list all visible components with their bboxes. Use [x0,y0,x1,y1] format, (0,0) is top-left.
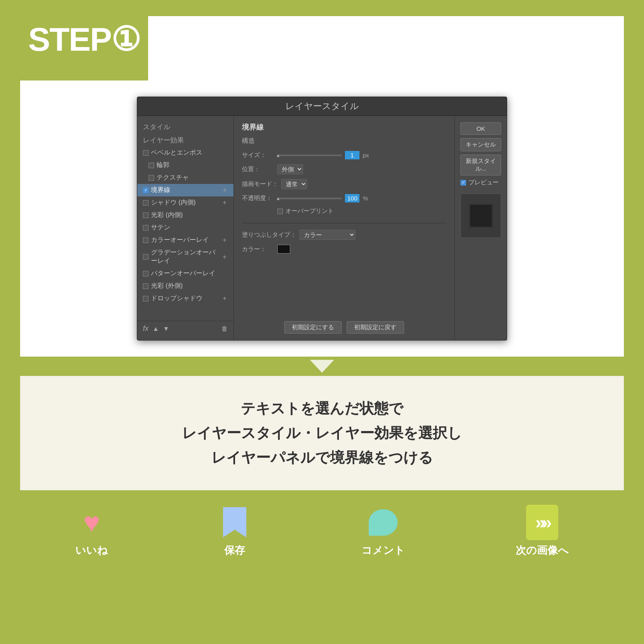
chevron-icon: »» [535,512,549,533]
comment-label: コメント [361,543,405,557]
item-border[interactable]: 境界線 ＋ [137,184,233,196]
item-inner-glow-label: 光彩 (内側) [151,211,183,219]
nav-item-next[interactable]: »» 次の画像へ [516,506,569,557]
position-select[interactable]: 外側 内側 中央 [277,164,303,174]
size-unit: px [363,152,369,159]
preview-label-row: プレビュー [460,179,501,186]
blend-mode-row: 描画モード： 通常 [242,179,446,189]
checkbox-outline[interactable] [149,163,154,168]
restore-default-button[interactable]: 初期設定に戻す [347,321,404,334]
position-label: 位置： [242,165,274,173]
item-border-label: 境界線 [151,186,170,194]
item-outer-glow-label: 光彩 (外側) [151,282,183,290]
size-input[interactable]: 1 [345,151,359,159]
preview-box [460,194,501,238]
save-icon-container [219,506,251,539]
size-slider[interactable] [277,155,342,156]
item-inner-shadow[interactable]: シャドウ (内側) ＋ [137,196,233,209]
item-texture[interactable]: テクスチャ [137,171,233,184]
item-satin[interactable]: サテン [137,221,233,234]
item-inner-shadow-label: シャドウ (内側) [151,198,196,207]
checkbox-gradient-overlay[interactable] [143,254,149,260]
step-label: STEP① [28,20,140,58]
item-outline[interactable]: 輪郭 [137,159,233,171]
nav-item-save[interactable]: 保存 [219,506,251,557]
opacity-input[interactable]: 100 [345,194,359,202]
checkbox-satin[interactable] [143,225,149,231]
top-white-block [148,16,624,80]
item-satin-label: サテン [151,223,170,232]
nav-item-like[interactable]: ♥ いいね [75,506,108,557]
delete-btn[interactable]: 🗑 [221,325,228,332]
next-icon-container: »» [526,506,558,539]
preview-checkbox[interactable] [460,180,466,186]
styles-label: スタイル [137,120,233,134]
heart-icon: ♥ [83,506,100,539]
step-badge: STEP① [20,16,148,62]
item-outer-glow[interactable]: 光彩 (外側) [137,280,233,292]
reset-default-button[interactable]: 初期設定にする [284,321,342,334]
fill-type-select[interactable]: カラー グラデーション パターン [299,230,355,240]
item-color-overlay[interactable]: カラーオーバーレイ ＋ [137,234,233,246]
item-drop-shadow-label: ドロップシャドウ [151,294,202,303]
fx-label: fx [143,324,149,333]
checkbox-outer-glow[interactable] [143,283,149,289]
bottom-nav: ♥ いいね 保存 コメント »» 次の画像へ [0,490,644,570]
layer-effects-label: レイヤー効果 [137,134,233,147]
checkbox-texture[interactable] [149,175,154,181]
instruction-box: テキストを選んだ状態で レイヤースタイル・レイヤー効果を選択し レイヤーパネルで… [20,376,624,490]
checkbox-inner-shadow[interactable] [143,200,149,206]
checkbox-drop-shadow[interactable] [143,296,149,301]
checkbox-bevel[interactable] [143,150,149,156]
instruction-line1: テキストを選んだ状態で [44,396,600,421]
ps-dialog: レイヤースタイル スタイル レイヤー効果 ベベルとエンボス 輪郭 [137,97,507,341]
fill-type-label: 塗りつぶしタイプ： [242,231,296,239]
new-style-button[interactable]: 新規スタイル... [460,155,501,175]
section-title: 境界線 [242,122,446,132]
move-up-btn[interactable]: ▲ [153,325,159,332]
item-texture-label: テクスチャ [157,173,189,182]
inner-shadow-plus-btn[interactable]: ＋ [221,198,228,207]
action-buttons-panel: OK キャンセル 新規スタイル... プレビュー [454,116,507,340]
gradient-overlay-plus-btn[interactable]: ＋ [221,253,228,261]
dialog-body: スタイル レイヤー効果 ベベルとエンボス 輪郭 テクスチャ [137,116,507,340]
ok-button[interactable]: OK [460,122,501,135]
save-label: 保存 [224,543,245,557]
blend-mode-label: 描画モード： [242,180,278,188]
arrow-decoration [0,360,644,373]
move-down-btn[interactable]: ▼ [163,325,169,332]
blend-mode-select[interactable]: 通常 [281,179,307,189]
item-inner-glow[interactable]: 光彩 (内側) [137,209,233,221]
nav-item-comment[interactable]: コメント [361,506,405,557]
checkbox-border[interactable] [143,188,149,193]
item-pattern-overlay-label: パターンオーバーレイ [151,269,215,278]
instruction-text: テキストを選んだ状態で レイヤースタイル・レイヤー効果を選択し レイヤーパネルで… [44,396,600,470]
color-overlay-plus-btn[interactable]: ＋ [221,236,228,244]
opacity-slider[interactable] [277,198,342,199]
item-bevel-label: ベベルとエンボス [151,149,202,157]
item-drop-shadow[interactable]: ドロップシャドウ ＋ [137,292,233,305]
cancel-button[interactable]: キャンセル [460,138,501,151]
preview-label: プレビュー [469,179,499,186]
checkbox-pattern-overlay[interactable] [143,271,149,277]
overprint-checkbox-row: オーバープリント [277,207,334,215]
checkbox-inner-glow[interactable] [143,213,149,218]
opacity-label: 不透明度： [242,194,274,202]
item-gradient-overlay[interactable]: グラデーションオーバーレイ ＋ [137,246,233,267]
checkbox-color-overlay[interactable] [143,237,149,243]
size-label: サイズ： [242,151,274,159]
size-row: サイズ： 1 px [242,151,446,159]
comment-icon-container [367,506,399,539]
color-swatch[interactable] [277,245,290,254]
drop-shadow-plus-btn[interactable]: ＋ [221,294,228,303]
item-gradient-overlay-label: グラデーションオーバーレイ [151,248,219,265]
fill-type-row: 塗りつぶしタイプ： カラー グラデーション パターン [242,230,446,240]
opacity-row: 不透明度： 100 % [242,194,446,202]
item-outline-label: 輪郭 [157,161,169,169]
item-pattern-overlay[interactable]: パターンオーバーレイ [137,267,233,280]
overprint-row: オーバープリント [242,207,446,215]
item-bevel[interactable]: ベベルとエンボス [137,147,233,159]
border-plus-btn[interactable]: ＋ [221,186,228,194]
main-content: レイヤースタイル スタイル レイヤー効果 ベベルとエンボス 輪郭 [20,80,624,357]
overprint-checkbox[interactable] [277,208,283,214]
